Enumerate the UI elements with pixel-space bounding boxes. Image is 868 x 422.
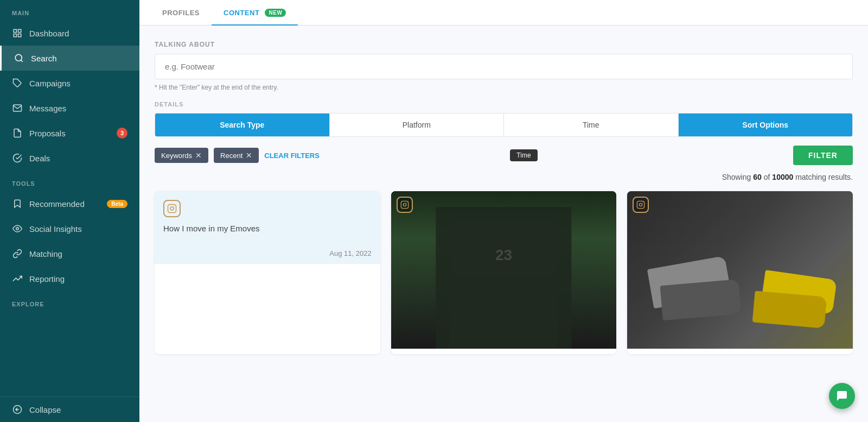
recommended-beta-badge: Beta [107, 200, 127, 208]
talking-about-label: TALKING ABOUT [155, 41, 853, 48]
tabs-bar: PROFILES CONTENT NEW [139, 0, 868, 26]
time-tooltip: Time [510, 149, 537, 161]
sidebar-item-messages-label: Messages [29, 104, 66, 113]
sidebar-bottom: Collapse [0, 396, 139, 422]
link-icon [12, 248, 23, 259]
svg-point-11 [170, 207, 174, 210]
content-new-badge: NEW [265, 9, 286, 17]
talking-about-input[interactable] [155, 54, 853, 79]
filter-chip-keywords-remove[interactable]: ✕ [195, 151, 202, 160]
sidebar-item-dashboard[interactable]: Dashboard [0, 21, 139, 46]
sidebar-item-dashboard-label: Dashboard [29, 29, 69, 38]
sidebar-item-matching[interactable]: Matching [0, 241, 139, 266]
check-circle-icon [12, 153, 23, 163]
card-1-content: How I move in my Emoves [163, 224, 372, 233]
sidebar-item-proposals-label: Proposals [29, 129, 66, 138]
svg-rect-3 [14, 34, 16, 37]
filter-chip-keywords-label: Keywords [161, 152, 192, 160]
sidebar-item-reporting-label: Reporting [29, 274, 65, 284]
filter-tab-sort-options[interactable]: Sort Options [679, 114, 853, 136]
sidebar-item-reporting[interactable]: Reporting [0, 266, 139, 291]
results-showing: 60 [753, 173, 762, 181]
results-summary: Showing 60 of 10000 matching results. [155, 173, 853, 181]
filter-tab-time[interactable]: Time [504, 114, 679, 136]
svg-point-15 [406, 203, 407, 203]
trending-up-icon [12, 273, 23, 284]
sidebar: MAIN Dashboard Search Campaigns Messages… [0, 0, 139, 422]
svg-point-7 [16, 228, 19, 230]
svg-point-14 [403, 203, 406, 206]
card-2-image: 23 [391, 191, 617, 349]
tab-content-label: CONTENT [224, 9, 259, 17]
filters-row: Keywords ✕ Recent ✕ CLEAR FILTERS Time F… [155, 146, 853, 165]
eye-icon [12, 223, 23, 234]
filter-chip-recent: Recent ✕ [214, 148, 259, 163]
filter-tab-sort-options-label: Sort Options [742, 121, 788, 129]
proposals-badge: 3 [117, 128, 127, 138]
filter-chip-recent-label: Recent [220, 152, 242, 160]
chat-icon [835, 389, 848, 402]
sidebar-item-search[interactable]: Search [0, 46, 139, 71]
filter-tab-time-label: Time [583, 121, 599, 129]
tab-profiles[interactable]: PROFILES [150, 0, 212, 26]
sidebar-item-recommended[interactable]: Recommended Beta [0, 191, 139, 216]
svg-rect-16 [637, 201, 644, 208]
sidebar-item-search-label: Search [31, 54, 57, 63]
svg-line-5 [21, 60, 22, 61]
jersey-number: 23 [495, 247, 512, 264]
filter-tabs: Search Type Platform Time Sort Options [155, 113, 853, 137]
filter-tab-platform-label: Platform [403, 121, 431, 129]
filter-button[interactable]: FILTER [793, 146, 853, 165]
collapse-button[interactable]: Collapse [0, 397, 139, 422]
chat-widget[interactable] [829, 383, 855, 409]
grid-icon [12, 28, 23, 39]
search-hint: * Hit the "Enter" key at the end of the … [155, 84, 853, 91]
svg-point-17 [640, 203, 642, 206]
bookmark-icon [12, 198, 23, 209]
svg-rect-1 [18, 29, 21, 32]
search-icon [14, 53, 24, 64]
card-3-image [627, 191, 853, 349]
file-icon [12, 128, 23, 138]
card-3-platform-icon [633, 197, 649, 213]
filter-tab-platform[interactable]: Platform [330, 114, 505, 136]
results-total: 10000 [772, 173, 793, 181]
sidebar-item-deals-label: Deals [29, 154, 50, 163]
gym-person [436, 207, 571, 349]
explore-section-label: EXPLORE [0, 291, 139, 312]
details-label: DETAILS [155, 101, 853, 108]
svg-rect-0 [14, 29, 16, 32]
card-2-platform-icon [397, 197, 413, 213]
card-2[interactable]: 23 [391, 191, 617, 354]
svg-point-18 [642, 203, 643, 203]
card-1-instagram-icon [163, 200, 181, 217]
svg-rect-2 [18, 34, 21, 37]
cards-grid: How I move in my Emoves Aug 11, 2022 23 [155, 191, 853, 354]
sidebar-item-recommended-label: Recommended [29, 199, 85, 209]
filter-tab-search-type[interactable]: Search Type [155, 114, 330, 136]
sidebar-item-matching-label: Matching [29, 249, 62, 259]
shoe-2 [660, 279, 741, 320]
svg-point-4 [15, 54, 22, 61]
shoe-4 [752, 291, 827, 328]
svg-point-12 [174, 206, 175, 207]
main-content: PROFILES CONTENT NEW TALKING ABOUT * Hit… [139, 0, 868, 422]
filter-chip-recent-remove[interactable]: ✕ [246, 151, 252, 160]
sidebar-item-proposals[interactable]: Proposals 3 [0, 121, 139, 146]
card-1[interactable]: How I move in my Emoves Aug 11, 2022 [155, 191, 380, 354]
collapse-icon [12, 404, 23, 415]
sidebar-item-campaigns-label: Campaigns [29, 79, 71, 88]
sidebar-item-deals[interactable]: Deals [0, 146, 139, 171]
card-3[interactable] [627, 191, 853, 354]
sidebar-item-social-insights[interactable]: Social Insights [0, 216, 139, 241]
tab-content[interactable]: CONTENT NEW [212, 0, 298, 26]
svg-rect-10 [168, 205, 176, 213]
filter-chip-keywords: Keywords ✕ [155, 148, 208, 163]
collapse-label: Collapse [29, 405, 61, 414]
sidebar-item-messages[interactable]: Messages [0, 96, 139, 121]
filter-tab-search-type-label: Search Type [220, 121, 264, 129]
details-section: DETAILS Search Type Platform Time Sort O… [155, 101, 853, 165]
search-input-wrap [155, 54, 853, 79]
sidebar-item-campaigns[interactable]: Campaigns [0, 71, 139, 96]
clear-filters-button[interactable]: CLEAR FILTERS [264, 152, 320, 160]
